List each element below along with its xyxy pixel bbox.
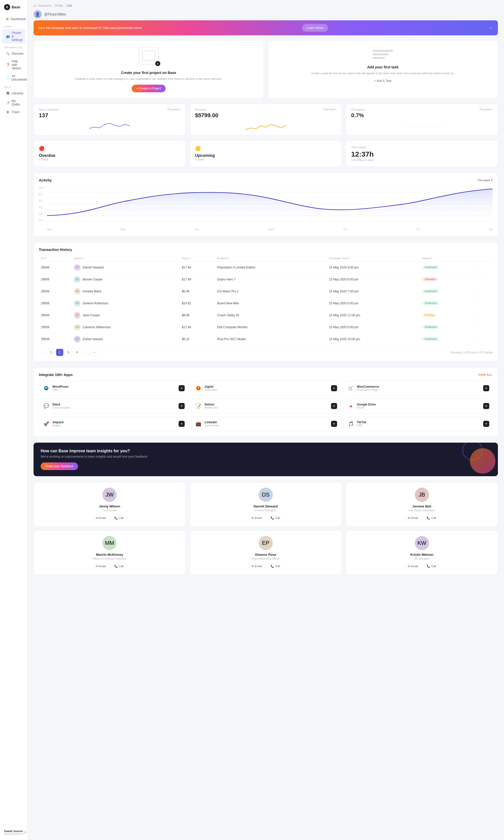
sidebar-item-all-documents[interactable]: 📄 All Documents [2, 72, 25, 83]
add-integration-button[interactable]: + [179, 421, 185, 427]
add-task-title: Add your first task [367, 65, 399, 69]
breadcrumb-profile[interactable]: Profile [55, 4, 63, 7]
integration-item: 💼 Linkedin Social Media + [191, 417, 340, 431]
cell-product: iPad Pro 2017 Model [215, 333, 327, 345]
team-role: 3D Designer [414, 557, 430, 560]
col-time[interactable]: Purchase Time ⇅ [327, 255, 420, 262]
cell-actions[interactable]: ··· [475, 321, 492, 333]
add-integration-button[interactable]: + [179, 403, 185, 409]
view-all-button[interactable]: VIEW ALL [478, 373, 492, 376]
col-name[interactable]: Name ⇅ [72, 255, 180, 262]
cell-status: Confirmed [420, 333, 475, 345]
team-card: EP Eleanor Pena Chief Marketing Officer … [190, 530, 342, 575]
profile-header: 👤 @Floyd Miles [34, 10, 498, 18]
feedback-button[interactable]: Share your feedback [41, 462, 78, 470]
col-status[interactable]: Status ⇅ [420, 255, 475, 262]
cell-status: Confirmed [420, 297, 475, 309]
table-row: 29506 JC Jane Cooper $8.99 Coach Tabby 2… [39, 309, 492, 321]
stat-week-revenue[interactable]: This week ▾ [323, 108, 336, 111]
stat-week-occupancy[interactable]: This week ▾ [479, 108, 492, 111]
add-integration-button[interactable]: + [483, 421, 489, 427]
stat-week-customers[interactable]: This week ▾ [167, 108, 180, 111]
sidebar-item-dashboard[interactable]: ⊞ Dashboard [2, 16, 25, 23]
integration-name: WordPress [52, 385, 68, 388]
col-product[interactable]: Product ⇅ [215, 255, 327, 262]
cell-product: Playstation 4 Limited Edition [215, 261, 327, 273]
sidebar-item-discover[interactable]: 🔍 Discover [2, 50, 25, 57]
team-actions: ✉ Email 📞 Call [404, 563, 439, 570]
email-button[interactable]: ✉ Email [248, 515, 265, 521]
cell-time: 15 May 2020 10:00 pm [327, 333, 420, 345]
integration-name: Zapier [204, 385, 217, 388]
drafts-icon: 📝 [6, 101, 10, 105]
integration-icon: 🚀 [42, 420, 50, 428]
add-integration-button[interactable]: + [331, 385, 337, 391]
sidebar-item-libraries[interactable]: 📚 Libraries [2, 90, 25, 97]
add-task-button[interactable]: + Add A Task [374, 79, 392, 83]
activity-period-select[interactable]: This week ▾ [477, 178, 492, 182]
next-page-button[interactable]: › [82, 349, 89, 356]
breadcrumb-customers[interactable]: Customers [38, 4, 51, 7]
page-btn-4[interactable]: 4 [73, 349, 80, 356]
learn-more-button[interactable]: Learn More [302, 24, 328, 32]
add-integration-button[interactable]: + [483, 385, 489, 391]
create-project-title: Create your first project on Base [121, 71, 176, 75]
sidebar-item-trash[interactable]: 🗑 Trash [2, 108, 25, 116]
cell-status: Confirmed [420, 285, 475, 297]
email-button[interactable]: ✉ Email [92, 563, 109, 570]
sidebar-item-my-drafts[interactable]: 📝 My Drafts [2, 98, 25, 108]
cell-price: $8.99 [180, 309, 215, 321]
page-btn-2[interactable]: 2 [56, 349, 63, 356]
email-button[interactable]: ✉ Email [404, 515, 421, 521]
call-button[interactable]: 📞 Call [111, 515, 127, 521]
sidebar-item-people[interactable]: 👥 People & Settings [2, 29, 25, 43]
add-integration-button[interactable]: + [331, 403, 337, 409]
cell-actions[interactable]: ··· [475, 297, 492, 309]
integration-name: Linkedin [204, 420, 219, 424]
team-actions: ✉ Email 📞 Call [92, 515, 127, 521]
add-integration-button[interactable]: + [331, 421, 337, 427]
call-button[interactable]: 📞 Call [267, 515, 283, 521]
svg-text:W: W [45, 387, 48, 389]
call-button[interactable]: 📞 Call [267, 563, 283, 570]
integration-name: Notion [204, 403, 218, 406]
stat-value-revenue: $5799.00 [195, 112, 337, 119]
email-button[interactable]: ✉ Email [92, 515, 109, 521]
cell-actions[interactable]: ··· [475, 273, 492, 285]
call-button[interactable]: 📞 Call [423, 563, 439, 570]
prev-page-button[interactable]: ‹ [39, 349, 46, 356]
add-integration-button[interactable]: + [179, 385, 185, 391]
email-button[interactable]: ✉ Email [248, 563, 265, 570]
cell-actions[interactable]: ··· [475, 285, 492, 297]
col-id[interactable]: ID ⇅ [39, 255, 72, 262]
cell-actions[interactable]: ··· [475, 261, 492, 273]
chart-y-labels: 10.0 8.0 6.0 4.0 2.0 0.0 [39, 186, 44, 222]
transaction-title: Transaction History [39, 248, 492, 252]
trash-icon: 🗑 [6, 110, 10, 114]
integration-info: 📝 Notion Writing Tool [194, 402, 218, 410]
team-card: MM Marvin McKinney Head of Customer Rela… [34, 530, 186, 575]
add-integration-button[interactable]: + [483, 403, 489, 409]
breadcrumb: 🗂 Customers / Profile / Edit [34, 4, 498, 7]
team-role: Co-Founder [102, 509, 117, 512]
pagination-info: Showing 1 of 20 out of 157 results [450, 351, 492, 354]
cell-actions[interactable]: ··· [475, 309, 492, 321]
cell-actions[interactable]: ··· [475, 333, 492, 345]
last-page-button[interactable]: » [91, 349, 98, 356]
sidebar-item-help-sketch[interactable]: ❓ Help with Sketch [2, 58, 25, 72]
email-button[interactable]: ✉ Email [404, 563, 421, 570]
page-btn-3[interactable]: 3 [65, 349, 72, 356]
create-project-button[interactable]: + Create A Project [131, 85, 165, 92]
call-button[interactable]: 📞 Call [111, 563, 127, 570]
page-btn-1[interactable]: 1 [48, 349, 55, 356]
svg-text:⚡: ⚡ [197, 386, 200, 390]
call-button[interactable]: 📞 Call [423, 515, 439, 521]
integration-icon: 🛒 [347, 384, 355, 392]
profile-avatar: 👤 [34, 10, 42, 18]
settings-icon[interactable]: ⚙ [24, 830, 27, 834]
task-placeholder [373, 47, 393, 62]
cell-name: DS Darrell Steward [72, 261, 180, 273]
integration-name: TikTok [357, 420, 366, 424]
team-role: Chief Marketing Officer [252, 557, 280, 560]
col-price[interactable]: Price ⇅ [180, 255, 215, 262]
